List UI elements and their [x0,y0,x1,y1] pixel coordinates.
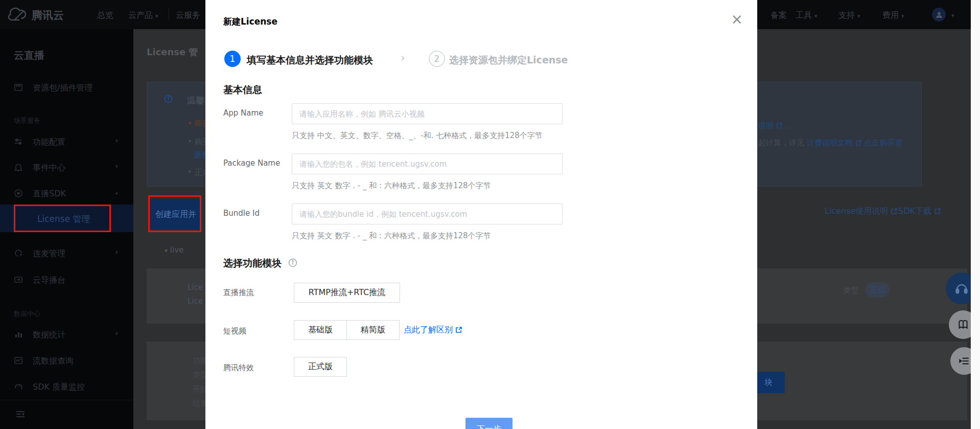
external-link-icon [855,139,862,148]
tencent-cloud-logo-icon [8,7,29,24]
sidebar-title: 云直播 [14,49,44,62]
learn-difference-link[interactable]: 点此了解区别 [404,325,462,335]
nav-beian[interactable]: 备案 [771,10,787,21]
nav-cloud-products[interactable]: 云产品 ▾ [128,10,158,21]
type-label: 类型 [843,286,858,296]
chevron-down-icon: ▾ [115,163,118,170]
play-circle-icon [14,189,23,198]
license-info-fragment: Lice [188,297,203,306]
nav-divider [169,8,169,20]
annotation-box-license-menu [14,205,111,232]
buy-resource-link-fragment[interactable]: 点击购买资 [864,138,902,147]
new-license-modal: 新建License × 1 填写基本信息并选择功能模块 › 2 选择资源包并绑定… [205,0,757,429]
bundle-id-help: 只支持 英文 数字 . - _ 和 : 六种格式，最多支持128个字节 [292,231,491,241]
sidebar-section-scene-services: 场景服务 [14,116,40,125]
banner-right-line-2: 起计算，详见 计费说明文档 点击购买资 [758,138,902,148]
modal-title: 新建License [223,16,277,28]
brand-name[interactable]: 腾讯云 [32,8,64,22]
live-group-header[interactable]: ▾ live [165,245,183,255]
license-doc-link[interactable]: License使用说明 [825,206,898,217]
avatar[interactable] [932,8,946,21]
chevron-down-icon: ▾ [165,247,168,254]
section-select-modules: 选择功能模块 [223,257,297,270]
live-push-label: 直播推流 [223,288,254,298]
annotation-box-create-app [148,195,201,232]
info-icon [164,95,173,105]
book-icon [956,318,970,331]
banner-link-fragment[interactable]: 说明 [758,121,774,130]
bundle-id-input[interactable] [292,204,563,224]
external-link-icon [455,326,462,335]
chevron-down-icon: ▾ [155,13,158,19]
chevron-down-icon: ▾ [115,249,118,256]
package-name-label: Package Name [223,159,280,168]
sidebar-item-feature-config[interactable]: 功能配置 ▾ [0,137,133,149]
step-2-circle: 2 [429,51,445,67]
short-video-basic-option[interactable]: 基础版 [294,320,347,340]
chevron-down-icon: ▾ [115,138,118,144]
nav-tools[interactable]: 工具 ▾ [796,10,818,21]
sidebar-item-event-center[interactable]: 事件中心 ▾ [0,162,133,174]
type-badge: 正式 [865,282,890,298]
collapse-sidebar-icon [15,410,26,421]
sdk-download-link[interactable]: SDK下载 [898,206,941,217]
docs-button[interactable] [949,310,971,339]
billing-doc-link[interactable]: 计费说明文档 [807,138,853,147]
page-title: License 管 [147,46,198,58]
chevron-down-icon: ▾ [115,330,118,337]
chevron-up-icon: ▴ [115,189,118,196]
info-icon[interactable] [288,258,297,269]
sidebar-item-stream-data-query[interactable]: 流数据查询 [0,355,133,368]
sidebar-item-data-statistics[interactable]: 数据统计 ▾ [0,329,133,342]
sidebar-item-sdk-quality-monitor[interactable]: SDK 质量监控 [0,381,133,394]
tencent-effect-label: 腾讯特效 [223,363,254,373]
live-push-option[interactable]: RTMP推流+RTC推流 [294,283,400,303]
sidebar-item-resource-packages[interactable]: 资源包/插件管理 [0,82,133,95]
tencent-effect-option[interactable]: 正式版 [294,357,347,377]
bundle-id-label: Bundle Id [223,209,260,218]
sidebar-item-co-anchoring[interactable]: 连麦管理 ▾ [0,248,133,260]
short-video-label: 短视频 [223,326,246,336]
app-name-input[interactable] [292,103,563,124]
sidebar-collapse-row[interactable] [0,400,133,429]
section-basic-info: 基本信息 [223,83,262,97]
external-link-icon [776,122,783,131]
step-1-label: 填写基本信息并选择功能模块 [247,54,373,67]
list-icon [958,354,971,368]
app-name-label: App Name [223,108,263,118]
scrollbar[interactable]: ▲ [971,0,980,429]
step-arrow-icon: › [401,51,405,64]
sidebar-item-cloud-director[interactable]: 云导播台 [0,275,133,287]
license-info-fragment: Lice [188,283,203,292]
nav-overview[interactable]: 总览 [97,10,113,21]
sidebar-item-live-sdk[interactable]: 直播SDK ▴ [0,188,133,200]
sidebar-section-data-center: 数据中心 [14,309,40,319]
headset-plus-icon [14,249,23,258]
package-name-input[interactable] [292,153,563,174]
monitor-icon [14,275,23,284]
stream-chart-icon [14,356,23,365]
nav-cloud-server[interactable]: 云服务 [176,10,200,21]
nav-billing[interactable]: 费用 ▾ [882,10,904,21]
package-name-help: 只支持 英文 数字 . - _ 和 : 六种格式，最多支持128个字节 [292,181,491,191]
chevron-down-icon: ▾ [857,13,860,19]
banner-right-line-1: 说明 。 [758,121,793,131]
gauge-icon [14,382,23,391]
headset-icon [954,281,969,296]
package-icon [14,83,23,92]
bar-chart-icon [14,330,23,339]
chevron-down-icon[interactable]: ▾ [951,12,954,19]
next-step-button[interactable]: 下一步 [465,418,512,429]
external-link-icon [934,207,941,217]
step-1-circle: 1 [224,51,241,67]
app-name-help: 只支持 中文、英文、数字、空格、_、-和. 七种格式，最多支持128个字节 [292,131,543,141]
short-video-lite-option[interactable]: 精简版 [346,320,400,340]
nav-support[interactable]: 支持 ▾ [838,10,860,21]
step-2-label: 选择资源包并绑定License [449,54,568,67]
chevron-down-icon: ▾ [814,13,818,19]
bell-icon [14,163,23,172]
close-icon[interactable]: × [731,12,743,27]
chevron-down-icon: ▾ [901,13,904,19]
external-link-icon [891,207,898,217]
sliders-icon [14,137,23,146]
